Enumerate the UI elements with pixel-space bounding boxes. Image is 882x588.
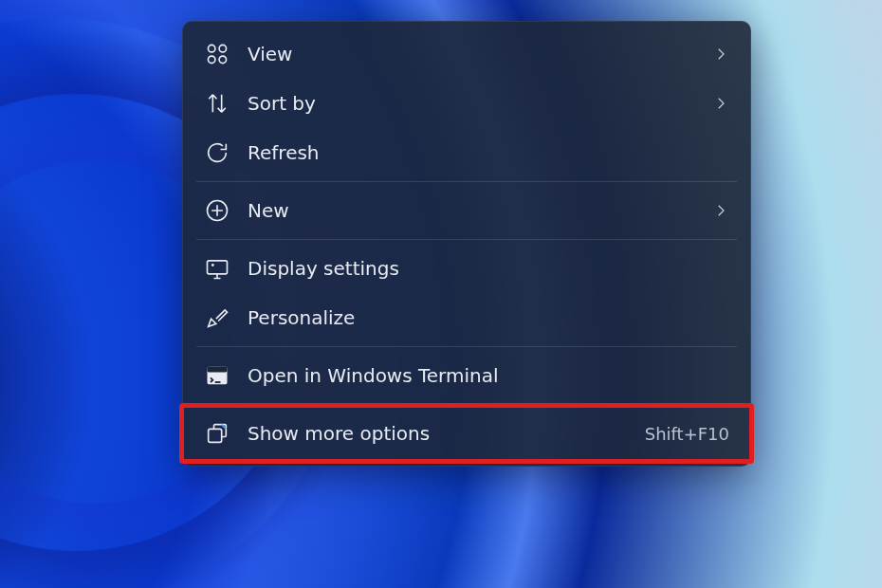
menu-item-label: Refresh xyxy=(248,141,729,164)
svg-rect-9 xyxy=(209,429,222,442)
new-icon xyxy=(204,197,230,224)
svg-point-1 xyxy=(219,45,226,51)
menu-separator xyxy=(196,404,737,405)
menu-item-show-more-options[interactable]: Show more options Shift+F10 xyxy=(191,409,743,458)
menu-item-label: Personalize xyxy=(248,306,729,329)
refresh-icon xyxy=(204,139,230,166)
menu-item-refresh[interactable]: Refresh xyxy=(191,128,743,177)
menu-item-label: New xyxy=(248,199,712,222)
chevron-right-icon xyxy=(712,202,729,219)
menu-item-display-settings[interactable]: Display settings xyxy=(191,244,743,293)
menu-item-label: Sort by xyxy=(248,92,712,115)
menu-item-personalize[interactable]: Personalize xyxy=(191,293,743,342)
menu-item-label: Show more options xyxy=(248,422,632,445)
menu-item-label: Display settings xyxy=(248,257,729,280)
sort-icon xyxy=(204,90,230,117)
menu-separator xyxy=(196,181,737,182)
desktop-context-menu: View Sort by Refresh New xyxy=(182,21,751,467)
svg-point-3 xyxy=(219,56,226,63)
chevron-right-icon xyxy=(712,95,729,112)
chevron-right-icon xyxy=(712,46,729,63)
menu-item-open-terminal[interactable]: Open in Windows Terminal xyxy=(191,351,743,400)
svg-point-6 xyxy=(211,264,214,266)
svg-point-0 xyxy=(208,45,214,51)
more-options-icon xyxy=(204,420,230,447)
menu-item-label: View xyxy=(248,43,712,65)
menu-item-new[interactable]: New xyxy=(191,186,743,235)
menu-separator xyxy=(196,346,737,347)
display-icon xyxy=(204,255,230,282)
menu-separator xyxy=(196,239,737,240)
menu-item-label: Open in Windows Terminal xyxy=(248,364,729,387)
terminal-icon xyxy=(204,362,230,389)
svg-point-2 xyxy=(208,56,214,63)
personalize-icon xyxy=(204,304,230,331)
menu-item-sort-by[interactable]: Sort by xyxy=(191,79,743,128)
grid-icon xyxy=(204,41,230,67)
menu-item-shortcut: Shift+F10 xyxy=(645,424,729,444)
svg-rect-5 xyxy=(208,261,228,274)
svg-rect-8 xyxy=(208,367,228,373)
menu-item-view[interactable]: View xyxy=(191,29,743,79)
